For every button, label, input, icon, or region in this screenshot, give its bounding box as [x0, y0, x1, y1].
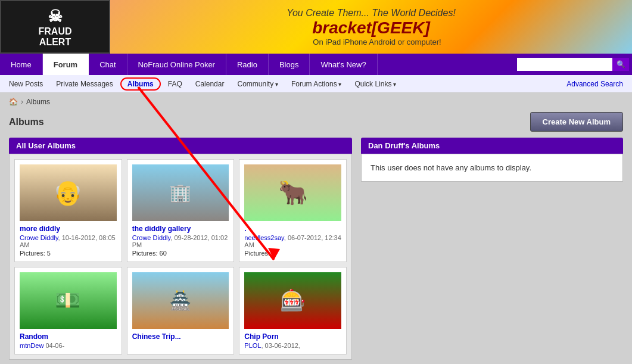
album-thumb-more-diddly: 👴: [20, 164, 117, 221]
banner-platforms: On iPad iPhone Android or computer!: [298, 38, 456, 46]
album-image-man: 👴: [20, 164, 117, 221]
sub-nav-new-posts[interactable]: New Posts: [3, 77, 49, 91]
album-card-chinese-trip[interactable]: 🏯 Chinese Trip...: [127, 267, 235, 354]
album-thumb-random: 💵: [20, 272, 117, 329]
search-bar: 🔍: [517, 58, 629, 71]
main-navigation: Home Forum Chat NoFraud Online Poker Rad…: [0, 54, 632, 75]
skull-icon: ☠: [48, 7, 63, 26]
sub-nav-quick-links[interactable]: Quick Links: [348, 77, 402, 91]
album-pics-dot: Pictures: 1: [244, 250, 341, 257]
album-card-more-diddly[interactable]: 👴 more diddly Crowe Diddly, 10-16-2012, …: [14, 159, 122, 262]
album-title-chinese-trip[interactable]: Chinese Trip...: [132, 332, 181, 341]
album-title-diddly-gallery[interactable]: the diddly gallery: [132, 225, 191, 233]
create-new-album-button[interactable]: Create New Album: [530, 112, 623, 132]
album-user-link-4[interactable]: mtnDew: [20, 342, 43, 349]
album-title-dot[interactable]: .: [244, 225, 246, 233]
album-pics-diddly-gallery: Pictures: 60: [132, 250, 229, 257]
album-user-link-2[interactable]: Crowe Diddly: [132, 234, 171, 241]
search-input[interactable]: [517, 58, 612, 71]
nav-tab-home[interactable]: Home: [0, 54, 43, 75]
album-date-6: 03-06-2012,: [265, 342, 300, 349]
all-user-albums-header: All User Albums: [9, 138, 352, 154]
album-thumb-dot: 🐂: [244, 164, 341, 221]
album-thumb-diddly-gallery: 🏢: [132, 164, 229, 221]
nav-tab-radio[interactable]: Radio: [226, 54, 269, 75]
fraud-alert-text2: ALERT: [39, 37, 71, 48]
album-card-dot[interactable]: 🐂 . needless2say, 06-07-2012, 12:34 AM P…: [239, 159, 347, 262]
album-meta-random: mtnDew 04-06-: [20, 342, 117, 349]
album-thumb-chinese-trip: 🏯: [132, 272, 229, 329]
album-card-random[interactable]: 💵 Random mtnDew 04-06-: [14, 267, 122, 354]
album-card-diddly-gallery[interactable]: 🏢 the diddly gallery Crowe Diddly, 09-28…: [127, 159, 235, 262]
banner-brand: bracket[GEEK]: [287, 18, 456, 38]
sub-nav-community[interactable]: Community: [231, 77, 284, 91]
page-title-text: Albums: [9, 117, 44, 127]
content-area: All User Albums 👴 more diddly Crowe Didd…: [0, 138, 632, 364]
fraud-alert-box: ☠ FRAUD ALERT: [0, 0, 110, 54]
album-user-link-3[interactable]: needless2say: [244, 234, 284, 241]
banner-slogan: You Create Them... The World Decides!: [287, 8, 456, 18]
album-image-arch: 🏯: [132, 272, 229, 329]
all-user-albums-panel: All User Albums 👴 more diddly Crowe Didd…: [9, 138, 352, 360]
sub-nav-container: New Posts Private Messages Albums FAQ Ca…: [0, 75, 632, 93]
sub-nav-faq[interactable]: FAQ: [162, 77, 188, 91]
album-meta-diddly-gallery: Crowe Diddly, 09-28-2012, 01:02 PM: [132, 234, 229, 248]
user-albums-header: Dan Druff's Albums: [361, 138, 623, 154]
sub-nav-forum-actions[interactable]: Forum Actions: [285, 77, 347, 91]
album-card-chip-porn[interactable]: 🎰 Chip Porn PLOL, 03-06-2012,: [239, 267, 347, 354]
user-albums-panel: Dan Druff's Albums This user does not ha…: [361, 138, 623, 360]
user-albums-empty-message: This user does not have any albums to di…: [361, 154, 623, 182]
album-meta-dot: needless2say, 06-07-2012, 12:34 AM: [244, 234, 341, 248]
album-meta-more-diddly: Crowe Diddly, 10-16-2012, 08:05 AM: [20, 234, 117, 248]
nav-tab-chat[interactable]: Chat: [89, 54, 127, 75]
nav-tab-whatsnew[interactable]: What's New?: [310, 54, 377, 75]
album-title-chip-porn[interactable]: Chip Porn: [244, 332, 278, 341]
sub-nav-albums[interactable]: Albums: [120, 77, 161, 91]
breadcrumb-separator: ›: [21, 98, 23, 106]
albums-grid: 👴 more diddly Crowe Diddly, 10-16-2012, …: [9, 154, 352, 360]
album-meta-chip-porn: PLOL, 03-06-2012,: [244, 342, 341, 349]
main-nav-tabs: Home Forum Chat NoFraud Online Poker Rad…: [0, 54, 517, 75]
album-image-cow: 🐂: [244, 164, 341, 221]
search-button[interactable]: 🔍: [612, 58, 629, 71]
page-header: Albums Create New Album: [0, 111, 632, 138]
album-title-more-diddly[interactable]: more diddly: [20, 225, 60, 233]
page-wrapper: ☠ FRAUD ALERT You Create Them... The Wor…: [0, 0, 632, 364]
sub-nav-items: New Posts Private Messages Albums FAQ Ca…: [3, 77, 402, 91]
breadcrumb: 🏠 › Albums: [0, 93, 632, 111]
sub-navigation: New Posts Private Messages Albums FAQ Ca…: [0, 75, 632, 93]
album-user-link-6[interactable]: PLOL: [244, 342, 261, 349]
sub-nav-private-messages[interactable]: Private Messages: [50, 77, 119, 91]
album-image-chips: 🎰: [244, 272, 341, 329]
sub-nav-calendar[interactable]: Calendar: [189, 77, 231, 91]
fraud-alert-text1: FRAUD: [39, 26, 72, 37]
breadcrumb-home-icon[interactable]: 🏠: [9, 98, 18, 106]
nav-tab-forum[interactable]: Forum: [43, 54, 89, 75]
nav-tab-blogs[interactable]: Blogs: [269, 54, 310, 75]
album-image-money: 💵: [20, 272, 117, 329]
banner-advertisement[interactable]: You Create Them... The World Decides! br…: [110, 0, 632, 54]
top-banner: ☠ FRAUD ALERT You Create Them... The Wor…: [0, 0, 632, 54]
advanced-search-link[interactable]: Advanced Search: [566, 80, 629, 88]
album-date-4: 04-06-: [45, 342, 64, 349]
album-image-building: 🏢: [132, 164, 229, 221]
breadcrumb-albums: Albums: [26, 98, 50, 106]
album-pics-more-diddly: Pictures: 5: [20, 250, 117, 257]
album-thumb-chip-porn: 🎰: [244, 272, 341, 329]
album-user-link[interactable]: Crowe Diddly: [20, 234, 58, 241]
nav-tab-nofraud[interactable]: NoFraud Online Poker: [127, 54, 226, 75]
album-title-random[interactable]: Random: [20, 332, 48, 341]
